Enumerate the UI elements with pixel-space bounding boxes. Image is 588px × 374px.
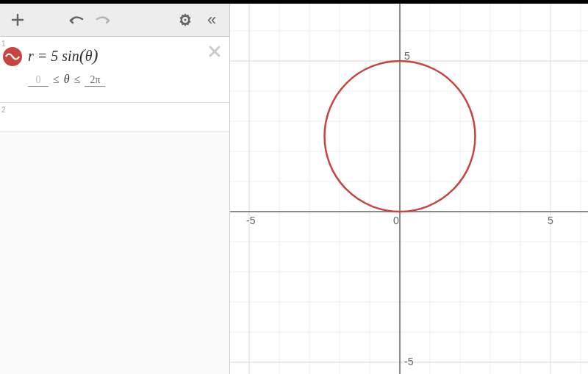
leq-symbol: ≤ [53, 73, 60, 86]
expression-row[interactable]: 1 r = 5 sin(θ) ≤ θ ≤ 2π [0, 37, 229, 103]
graph-area[interactable]: -5 0 5 5 -5 [230, 4, 588, 374]
chevron-left-double-icon: « [207, 10, 216, 29]
settings-button[interactable] [173, 8, 197, 32]
expression-content[interactable]: r = 5 sin(θ) ≤ θ ≤ 2π [25, 37, 229, 102]
domain-restriction: ≤ θ ≤ 2π [28, 73, 223, 87]
add-button[interactable] [6, 8, 29, 32]
domain-var: θ [64, 73, 70, 86]
x-tick-label: 5 [548, 215, 553, 226]
domain-min-input[interactable] [28, 74, 49, 87]
row-index: 2 [1, 106, 6, 114]
equation-text: r = 5 sin(θ) [28, 46, 223, 65]
x-tick-label: -5 [246, 215, 256, 226]
x-tick-label: 0 [393, 215, 399, 226]
gear-icon [178, 12, 193, 27]
undo-button[interactable] [65, 8, 88, 32]
row-index: 1 [1, 40, 6, 48]
close-icon [207, 44, 222, 59]
leq-symbol: ≤ [74, 73, 81, 86]
redo-button[interactable] [91, 8, 115, 32]
delete-expression-button[interactable] [207, 44, 222, 62]
toolbar: « [0, 4, 230, 37]
domain-max-input[interactable]: 2π [85, 74, 105, 87]
wave-icon [3, 47, 22, 66]
plus-icon [11, 13, 24, 26]
redo-icon [95, 15, 111, 25]
expression-sidebar: 1 r = 5 sin(θ) ≤ θ ≤ 2π [0, 37, 230, 374]
y-tick-label: 5 [404, 50, 410, 62]
graph-canvas: -5 0 5 5 -5 [230, 4, 588, 374]
y-tick-label: -5 [404, 356, 414, 367]
expression-row-empty[interactable]: 2 [0, 103, 229, 132]
collapse-button[interactable]: « [200, 8, 223, 32]
undo-icon [68, 15, 85, 25]
